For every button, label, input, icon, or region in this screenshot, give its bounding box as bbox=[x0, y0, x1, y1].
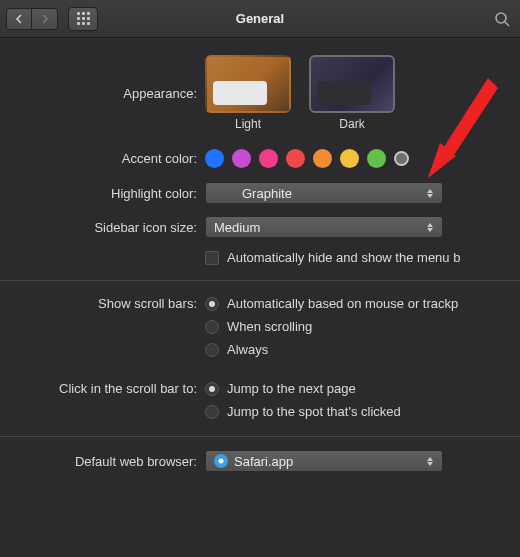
scrollbars-always-radio[interactable] bbox=[205, 343, 219, 357]
scrollbars-label: Show scroll bars: bbox=[0, 294, 205, 311]
default-browser-value: Safari.app bbox=[234, 454, 293, 469]
default-browser-select[interactable]: Safari.app bbox=[205, 450, 443, 472]
highlight-color-select[interactable]: Graphite bbox=[205, 182, 443, 204]
dark-thumbnail bbox=[309, 55, 395, 113]
sidebar-size-label: Sidebar icon size: bbox=[0, 220, 205, 235]
accent-purple[interactable] bbox=[232, 149, 251, 168]
light-label: Light bbox=[205, 117, 291, 131]
accent-color-options bbox=[205, 149, 520, 168]
autohide-menubar-checkbox[interactable] bbox=[205, 251, 219, 265]
scrollbars-auto-label: Automatically based on mouse or trackp bbox=[227, 296, 458, 311]
accent-color-label: Accent color: bbox=[0, 151, 205, 166]
accent-graphite[interactable] bbox=[394, 151, 409, 166]
accent-orange[interactable] bbox=[313, 149, 332, 168]
accent-green[interactable] bbox=[367, 149, 386, 168]
accent-blue[interactable] bbox=[205, 149, 224, 168]
highlight-color-value: Graphite bbox=[242, 186, 292, 201]
grid-icon bbox=[77, 12, 90, 25]
toolbar: General bbox=[0, 0, 520, 38]
jump-next-page-label: Jump to the next page bbox=[227, 381, 356, 396]
dark-label: Dark bbox=[309, 117, 395, 131]
back-button[interactable] bbox=[6, 8, 32, 30]
appearance-label: Appearance: bbox=[0, 86, 205, 101]
jump-to-spot-radio[interactable] bbox=[205, 405, 219, 419]
content: Appearance: Light Dark Accent color: bbox=[0, 38, 520, 485]
svg-line-1 bbox=[505, 22, 509, 26]
show-all-button[interactable] bbox=[68, 7, 98, 31]
default-browser-label: Default web browser: bbox=[0, 454, 205, 469]
sidebar-size-value: Medium bbox=[214, 220, 260, 235]
scrollbars-scrolling-label: When scrolling bbox=[227, 319, 312, 334]
chevron-icon bbox=[422, 453, 438, 469]
click-scrollbar-label: Click in the scroll bar to: bbox=[0, 379, 205, 396]
accent-red[interactable] bbox=[286, 149, 305, 168]
autohide-menubar-label: Automatically hide and show the menu b bbox=[227, 250, 460, 265]
appearance-dark-option[interactable]: Dark bbox=[309, 55, 395, 131]
scrollbars-always-label: Always bbox=[227, 342, 268, 357]
jump-to-spot-label: Jump to the spot that's clicked bbox=[227, 404, 401, 419]
svg-point-0 bbox=[496, 13, 506, 23]
scrollbars-scrolling-radio[interactable] bbox=[205, 320, 219, 334]
accent-pink[interactable] bbox=[259, 149, 278, 168]
search-button[interactable] bbox=[490, 8, 514, 30]
light-thumbnail bbox=[205, 55, 291, 113]
scrollbars-auto-radio[interactable] bbox=[205, 297, 219, 311]
chevron-icon bbox=[422, 219, 438, 235]
sidebar-size-select[interactable]: Medium bbox=[205, 216, 443, 238]
highlight-color-label: Highlight color: bbox=[0, 186, 205, 201]
accent-yellow[interactable] bbox=[340, 149, 359, 168]
nav-buttons bbox=[6, 8, 58, 30]
separator bbox=[0, 280, 520, 281]
forward-button[interactable] bbox=[32, 8, 58, 30]
safari-icon bbox=[214, 454, 228, 468]
jump-next-page-radio[interactable] bbox=[205, 382, 219, 396]
separator bbox=[0, 436, 520, 437]
chevron-icon bbox=[422, 185, 438, 201]
appearance-light-option[interactable]: Light bbox=[205, 55, 291, 131]
